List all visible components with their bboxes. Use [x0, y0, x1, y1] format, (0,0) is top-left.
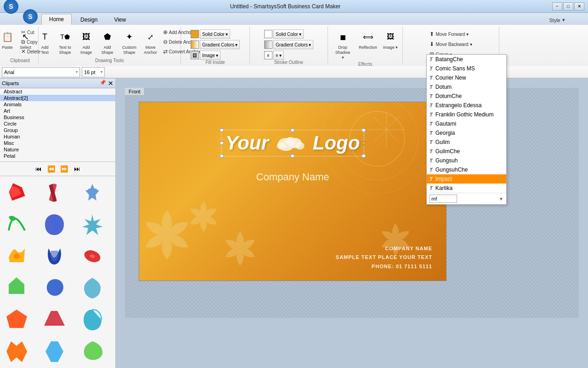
- tab-view[interactable]: View: [106, 14, 134, 25]
- fill-gradient-button[interactable]: Gradient Colors ▾: [200, 40, 240, 49]
- font-list-item[interactable]: TDotumChe: [427, 92, 506, 101]
- handle-bc[interactable]: [291, 154, 294, 158]
- effects-image-button[interactable]: 🖼 Image ▾: [381, 28, 400, 52]
- font-list-item[interactable]: TDotum: [427, 82, 506, 92]
- svg-point-19: [277, 142, 286, 150]
- font-size-box[interactable]: 16 pt ▾: [82, 67, 105, 77]
- clipart-item[interactable]: [78, 337, 107, 367]
- handle-mr[interactable]: [362, 141, 365, 145]
- clipart-item[interactable]: [78, 178, 107, 208]
- stroke-gradient-button[interactable]: Gradient Colors ▾: [273, 40, 313, 49]
- font-list-item[interactable]: TEstrangelo Edessa: [427, 101, 506, 110]
- clipart-item[interactable]: [40, 210, 69, 240]
- media-next-button[interactable]: ⏩: [59, 163, 70, 174]
- tab-design[interactable]: Design: [73, 14, 105, 25]
- stroke-line-button[interactable]: ≡ ▾: [273, 51, 284, 60]
- card-canvas[interactable]: Your Logo: [139, 102, 447, 281]
- font-list-item[interactable]: TGulimChe: [427, 147, 506, 156]
- font-name-dropdown[interactable]: Arial ▾: [2, 67, 80, 77]
- clipart-item[interactable]: [2, 337, 32, 367]
- font-dropdown-popup: TBatangCheTComic Sans MSTCourier NewTDot…: [426, 54, 507, 205]
- clipart-item[interactable]: [40, 178, 69, 208]
- reflection-button[interactable]: ⟺ Reflection: [356, 28, 380, 52]
- drop-shadow-button[interactable]: ◼ Drop Shadow ▾: [331, 28, 355, 62]
- logo-container[interactable]: Your Logo: [221, 130, 364, 156]
- category-list[interactable]: AbstractAbstract[2]AnimalsArtBusinessCir…: [0, 88, 115, 162]
- panel-pin-icon[interactable]: 📌: [100, 80, 106, 87]
- add-image-button[interactable]: 🖼 Add Image: [76, 28, 96, 57]
- font-type-icon: T: [430, 176, 433, 182]
- font-list[interactable]: TBatangCheTComic Sans MSTCourier NewTDot…: [427, 55, 506, 193]
- clipart-item[interactable]: [2, 242, 32, 271]
- move-forward-button[interactable]: ⬆ Move Forward ▾: [427, 29, 474, 39]
- close-button[interactable]: ✕: [574, 2, 584, 11]
- stroke-solid-button[interactable]: Solid Color ▾: [273, 29, 304, 39]
- font-list-item[interactable]: TFranklin Gothic Medium: [427, 110, 506, 119]
- clipart-item[interactable]: [40, 273, 69, 303]
- media-last-button[interactable]: ⏭: [72, 163, 83, 174]
- font-list-item[interactable]: TBatangChe: [427, 55, 506, 64]
- category-item[interactable]: Circle: [0, 121, 115, 127]
- font-list-item[interactable]: TKartika: [427, 184, 506, 193]
- clipart-item[interactable]: [78, 305, 107, 335]
- minimize-button[interactable]: −: [552, 2, 562, 11]
- category-item[interactable]: Abstract[2]: [0, 95, 115, 101]
- category-item[interactable]: Animals: [0, 101, 115, 108]
- clipart-item[interactable]: [78, 210, 107, 240]
- panel-close-icon[interactable]: ✕: [108, 80, 113, 87]
- category-item[interactable]: Petal: [0, 153, 115, 159]
- font-type-icon: T: [430, 158, 433, 163]
- fill-image-button[interactable]: Image ▾: [200, 51, 220, 60]
- category-item[interactable]: Abstract: [0, 88, 115, 95]
- font-list-item[interactable]: TImpact: [427, 174, 506, 184]
- category-item[interactable]: Business: [0, 114, 115, 121]
- handle-br[interactable]: [362, 154, 365, 158]
- handle-ml[interactable]: [220, 141, 224, 145]
- category-item[interactable]: Group: [0, 127, 115, 133]
- clipart-item[interactable]: [2, 305, 32, 335]
- font-list-item[interactable]: TGautami: [427, 119, 506, 128]
- clipart-item[interactable]: [78, 242, 107, 271]
- category-item[interactable]: Human: [0, 133, 115, 140]
- font-list-item[interactable]: TGungsuh: [427, 156, 506, 165]
- add-shape-button[interactable]: ⬟ Add Shape: [97, 28, 118, 57]
- font-list-item[interactable]: TCourier New: [427, 73, 506, 82]
- category-item[interactable]: Misc: [0, 140, 115, 146]
- clipart-item[interactable]: [40, 337, 69, 367]
- media-prev-button[interactable]: ⏪: [46, 163, 57, 174]
- move-backward-button[interactable]: ⬇ Move Backward ▾: [427, 40, 474, 49]
- company-name-text[interactable]: Company Name: [256, 171, 329, 183]
- font-list-item[interactable]: TGulim: [427, 138, 506, 147]
- clipart-item[interactable]: [2, 210, 32, 240]
- category-item[interactable]: Nature: [0, 146, 115, 153]
- custom-shape-button[interactable]: ✦ Custom Shape: [119, 28, 141, 57]
- handle-tr[interactable]: [362, 128, 365, 132]
- font-list-item[interactable]: TGeorgia: [427, 128, 506, 138]
- font-list-item[interactable]: TGungsuhChe: [427, 165, 506, 174]
- category-item[interactable]: Art: [0, 108, 115, 114]
- maximize-button[interactable]: □: [563, 2, 573, 11]
- text-to-shape-button[interactable]: T⬟ Text to Shape: [55, 28, 75, 57]
- tab-home[interactable]: Home: [41, 14, 72, 25]
- media-first-button[interactable]: ⏮: [33, 163, 44, 174]
- clipart-item[interactable]: [2, 273, 32, 303]
- handle-bl[interactable]: [220, 154, 224, 158]
- paste-button[interactable]: 📋 Paste: [0, 28, 17, 52]
- clipart-item[interactable]: [40, 305, 69, 335]
- font-type-icon: T: [430, 121, 433, 126]
- handle-tl[interactable]: [220, 128, 224, 132]
- font-type-icon: T: [430, 167, 433, 172]
- fill-solid-button[interactable]: Solid Color ▾: [200, 29, 230, 39]
- select-button[interactable]: ↖ Select: [17, 28, 35, 52]
- handle-tc[interactable]: [291, 128, 294, 132]
- font-search-input[interactable]: [430, 195, 457, 203]
- font-type-icon: T: [430, 130, 433, 136]
- move-anchor-button[interactable]: ⤢ Move Anchor: [141, 28, 160, 57]
- clipart-item[interactable]: [40, 242, 69, 271]
- font-list-item[interactable]: TComic Sans MS: [427, 64, 506, 73]
- clipart-item[interactable]: [78, 273, 107, 303]
- dropdown-scroll-down-button[interactable]: ▼: [499, 196, 503, 201]
- add-text-button[interactable]: T Add Text: [36, 28, 54, 57]
- custom-shape-icon: ✦: [122, 29, 137, 44]
- clipart-item[interactable]: [2, 178, 32, 208]
